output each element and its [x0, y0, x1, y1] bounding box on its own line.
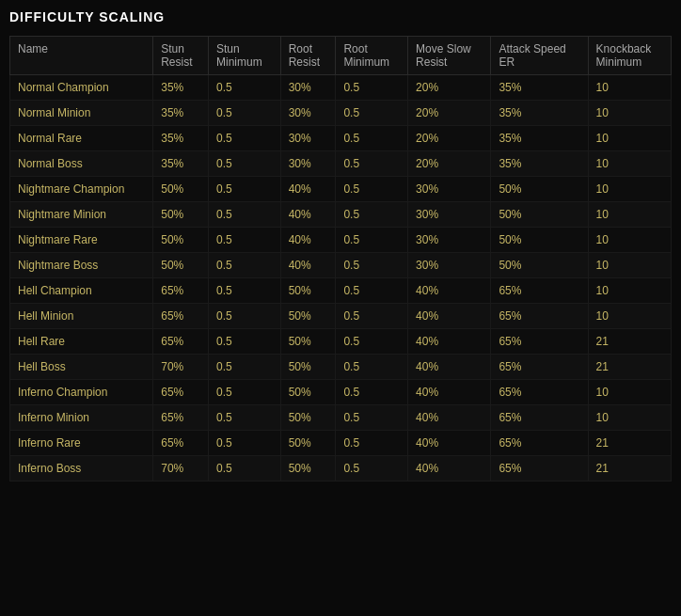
cell-stun-resist: 50% — [153, 228, 209, 253]
table-row: Nightmare Champion50%0.540%0.530%50%10 — [10, 177, 672, 202]
cell-name: Hell Champion — [10, 278, 153, 304]
cell-move-slow-resist: 30% — [408, 202, 491, 228]
cell-move-slow-resist: 20% — [408, 75, 491, 101]
cell-stun-resist: 65% — [153, 304, 209, 329]
cell-stun-resist: 35% — [153, 75, 209, 101]
cell-root-minimum: 0.5 — [336, 151, 408, 177]
difficulty-scaling-table: Name StunResist StunMinimum RootResist R… — [9, 36, 672, 482]
cell-knockback-minimum: 21 — [588, 431, 671, 456]
cell-name: Hell Boss — [10, 355, 153, 380]
cell-stun-minimum: 0.5 — [208, 329, 280, 355]
table-row: Normal Champion35%0.530%0.520%35%10 — [10, 75, 672, 101]
cell-knockback-minimum: 10 — [588, 253, 671, 278]
cell-name: Hell Minion — [10, 304, 153, 329]
cell-move-slow-resist: 40% — [408, 304, 491, 329]
cell-name: Inferno Minion — [10, 405, 153, 431]
cell-stun-resist: 35% — [153, 126, 209, 151]
cell-stun-resist: 70% — [153, 355, 209, 380]
cell-stun-minimum: 0.5 — [208, 355, 280, 380]
cell-move-slow-resist: 20% — [408, 126, 491, 151]
cell-stun-minimum: 0.5 — [208, 101, 280, 126]
cell-root-resist: 30% — [280, 75, 336, 101]
col-header-root-resist: RootResist — [280, 37, 336, 75]
cell-root-resist: 50% — [280, 355, 336, 380]
cell-name: Nightmare Rare — [10, 228, 153, 253]
cell-move-slow-resist: 30% — [408, 253, 491, 278]
cell-root-minimum: 0.5 — [336, 177, 408, 202]
cell-root-minimum: 0.5 — [336, 355, 408, 380]
cell-stun-resist: 70% — [153, 456, 209, 482]
cell-move-slow-resist: 30% — [408, 228, 491, 253]
cell-root-minimum: 0.5 — [336, 405, 408, 431]
cell-stun-minimum: 0.5 — [208, 177, 280, 202]
cell-root-minimum: 0.5 — [336, 380, 408, 405]
cell-stun-resist: 65% — [153, 405, 209, 431]
cell-attack-speed-er: 35% — [491, 101, 588, 126]
cell-root-resist: 30% — [280, 101, 336, 126]
cell-root-resist: 40% — [280, 253, 336, 278]
cell-attack-speed-er: 35% — [491, 151, 588, 177]
cell-stun-minimum: 0.5 — [208, 228, 280, 253]
cell-name: Normal Minion — [10, 101, 153, 126]
cell-stun-resist: 65% — [153, 380, 209, 405]
cell-root-minimum: 0.5 — [336, 456, 408, 482]
cell-root-resist: 50% — [280, 456, 336, 482]
cell-root-minimum: 0.5 — [336, 304, 408, 329]
cell-root-resist: 50% — [280, 329, 336, 355]
cell-name: Hell Rare — [10, 329, 153, 355]
cell-stun-minimum: 0.5 — [208, 380, 280, 405]
cell-attack-speed-er: 35% — [491, 75, 588, 101]
cell-move-slow-resist: 40% — [408, 380, 491, 405]
cell-root-resist: 50% — [280, 431, 336, 456]
table-row: Inferno Minion65%0.550%0.540%65%10 — [10, 405, 672, 431]
cell-stun-minimum: 0.5 — [208, 456, 280, 482]
cell-root-minimum: 0.5 — [336, 431, 408, 456]
table-row: Inferno Champion65%0.550%0.540%65%10 — [10, 380, 672, 405]
table-row: Hell Minion65%0.550%0.540%65%10 — [10, 304, 672, 329]
cell-attack-speed-er: 65% — [491, 405, 588, 431]
col-header-stun-minimum: StunMinimum — [208, 37, 280, 75]
cell-attack-speed-er: 50% — [491, 177, 588, 202]
cell-stun-resist: 50% — [153, 253, 209, 278]
cell-move-slow-resist: 40% — [408, 329, 491, 355]
cell-knockback-minimum: 10 — [588, 101, 671, 126]
cell-stun-minimum: 0.5 — [208, 304, 280, 329]
cell-name: Inferno Champion — [10, 380, 153, 405]
cell-root-resist: 40% — [280, 228, 336, 253]
cell-move-slow-resist: 20% — [408, 101, 491, 126]
cell-knockback-minimum: 21 — [588, 456, 671, 482]
col-header-move-slow-resist: Move SlowResist — [408, 37, 491, 75]
cell-stun-minimum: 0.5 — [208, 202, 280, 228]
cell-attack-speed-er: 65% — [491, 380, 588, 405]
cell-name: Inferno Boss — [10, 456, 153, 482]
cell-root-minimum: 0.5 — [336, 253, 408, 278]
cell-move-slow-resist: 30% — [408, 177, 491, 202]
cell-knockback-minimum: 10 — [588, 304, 671, 329]
cell-root-minimum: 0.5 — [336, 75, 408, 101]
col-header-name: Name — [10, 37, 153, 75]
cell-knockback-minimum: 10 — [588, 75, 671, 101]
cell-name: Normal Boss — [10, 151, 153, 177]
table-row: Inferno Boss70%0.550%0.540%65%21 — [10, 456, 672, 482]
table-row: Nightmare Boss50%0.540%0.530%50%10 — [10, 253, 672, 278]
cell-stun-resist: 65% — [153, 329, 209, 355]
cell-attack-speed-er: 50% — [491, 202, 588, 228]
cell-stun-resist: 50% — [153, 202, 209, 228]
cell-root-minimum: 0.5 — [336, 228, 408, 253]
cell-attack-speed-er: 65% — [491, 431, 588, 456]
col-header-attack-speed-er: Attack SpeedER — [491, 37, 588, 75]
cell-root-minimum: 0.5 — [336, 202, 408, 228]
cell-root-resist: 50% — [280, 278, 336, 304]
cell-root-resist: 40% — [280, 177, 336, 202]
col-header-root-minimum: RootMinimum — [336, 37, 408, 75]
col-header-knockback-minimum: KnockbackMinimum — [588, 37, 671, 75]
cell-root-resist: 50% — [280, 405, 336, 431]
table-row: Normal Boss35%0.530%0.520%35%10 — [10, 151, 672, 177]
cell-stun-resist: 65% — [153, 431, 209, 456]
table-row: Nightmare Minion50%0.540%0.530%50%10 — [10, 202, 672, 228]
cell-attack-speed-er: 65% — [491, 355, 588, 380]
cell-name: Inferno Rare — [10, 431, 153, 456]
cell-root-minimum: 0.5 — [336, 278, 408, 304]
cell-attack-speed-er: 35% — [491, 126, 588, 151]
cell-root-resist: 30% — [280, 151, 336, 177]
